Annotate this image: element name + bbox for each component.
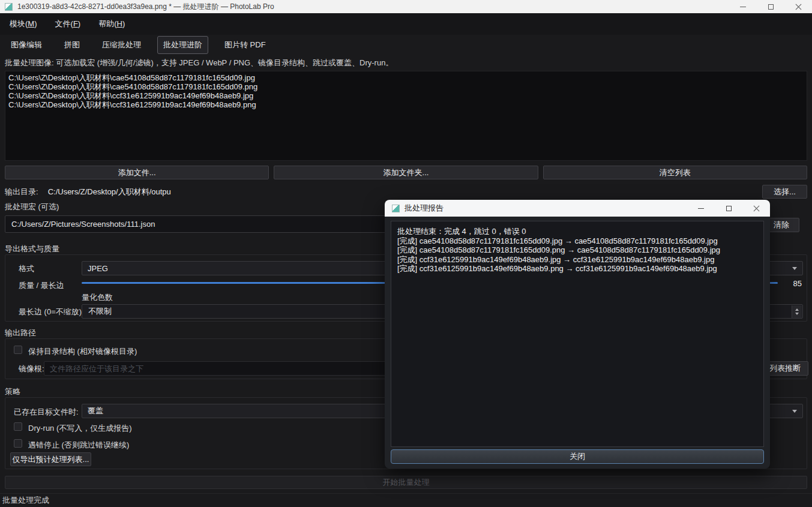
report-close-button[interactable]: 关闭 (391, 449, 764, 464)
output-dir-row: 输出目录: C:/Users/Z/Desktop/入职材料/outpu (5, 187, 171, 197)
file-list-item[interactable]: C:\Users\Z\Desktop\入职材料\ccf31e6125991b9a… (5, 100, 807, 109)
start-batch-button[interactable]: 开始批量处理 (5, 476, 807, 489)
tab-image-edit[interactable]: 图像编辑 (5, 36, 48, 54)
menu-help[interactable]: 帮助(H) (98, 19, 125, 29)
report-text-area[interactable]: 批处理结束：完成 4，跳过 0，错误 0 [完成] cae54108d58d87… (391, 221, 764, 447)
max-side-label: 最长边 (0=不缩放) (19, 307, 82, 317)
minimize-icon (698, 208, 704, 209)
app-icon (5, 3, 13, 11)
batch-report-dialog: 批处理报告 批处理结束：完成 4，跳过 0，错误 0 [完成] cae54108… (385, 200, 770, 469)
window-title: 1e300319-a8d3-42c8-8271-dd0ea3f3a9ea.png… (17, 2, 274, 12)
status-text: 批量处理完成 (2, 495, 49, 506)
strategy-section-label: 策略 (5, 386, 20, 397)
chevron-down-icon (792, 410, 797, 413)
menubar: 模块(M) 文件(F) 帮助(H) (0, 13, 812, 35)
menu-modules[interactable]: 模块(M) (10, 19, 37, 29)
dialog-titlebar: 批处理报告 (385, 200, 770, 217)
quantize-colors-label: 量化色数 (82, 292, 113, 303)
keep-structure-label: 保持目录结构 (相对镜像根目录) (28, 346, 137, 357)
choose-output-dir-button[interactable]: 选择... (762, 185, 807, 199)
add-files-button[interactable]: 添加文件... (5, 166, 269, 179)
menu-file-label-end: ) (78, 19, 80, 28)
window-controls (729, 0, 812, 13)
menu-modules-label: 模块( (10, 19, 28, 28)
menu-modules-label-end: ) (34, 19, 37, 28)
dialog-minimize-button[interactable] (687, 200, 715, 217)
close-button[interactable] (784, 0, 812, 13)
keep-structure-checkbox[interactable] (14, 346, 22, 354)
output-path-section-label: 输出路径 (5, 328, 36, 338)
close-icon (753, 205, 760, 212)
dialog-title: 批处理报告 (404, 203, 444, 214)
menu-help-accesskey: H (117, 19, 122, 28)
tab-image-to-pdf[interactable]: 图片转 PDF (218, 36, 272, 54)
spinner-buttons[interactable] (792, 305, 802, 318)
stop-on-error-checkbox[interactable] (14, 439, 22, 448)
tab-collage[interactable]: 拼图 (58, 36, 86, 54)
close-icon (795, 4, 802, 10)
quality-value: 85 (793, 279, 802, 288)
add-folder-button[interactable]: 添加文件夹... (274, 166, 538, 179)
dialog-window-controls (687, 200, 770, 217)
export-section-label: 导出格式与质量 (5, 244, 59, 254)
mirror-root-label: 镜像根: (19, 364, 44, 374)
menu-file[interactable]: 文件(F) (55, 19, 81, 29)
menu-help-label: 帮助( (98, 19, 116, 28)
list-actions: 添加文件... 添加文件夹... 清空列表 (5, 166, 807, 179)
page-description: 批量处理图像: 可选加载宏 (增强/几何/滤镜)，支持 JPEG / WebP … (5, 58, 393, 68)
stop-on-error-label: 遇错停止 (否则跳过错误继续) (28, 440, 129, 451)
export-planned-list-button[interactable]: 仅导出预计处理列表... (10, 452, 91, 466)
maximize-button[interactable] (757, 0, 784, 13)
spin-up-icon (795, 308, 799, 311)
spin-down-icon (795, 313, 799, 315)
menu-file-label: 文件( (55, 19, 73, 28)
menu-file-accesskey: F (73, 19, 78, 28)
tab-batch-advanced[interactable]: 批处理进阶 (157, 36, 208, 54)
maximize-icon (726, 206, 732, 211)
file-list-item[interactable]: C:\Users\Z\Desktop\入职材料\cae54108d58d87c1… (5, 73, 807, 82)
minimize-button[interactable] (729, 0, 757, 13)
report-line: [完成] ccf31e6125991b9ac149ef69b48aeb9.png… (397, 264, 757, 274)
format-value: JPEG (88, 264, 108, 273)
chevron-down-icon (792, 267, 797, 270)
dialog-maximize-button[interactable] (715, 200, 742, 217)
clear-list-button[interactable]: 清空列表 (543, 166, 807, 179)
tabbar: 图像编辑 拼图 压缩批处理 批处理进阶 图片转 PDF (0, 35, 812, 55)
file-list-item[interactable]: C:\Users\Z\Desktop\入职材料\ccf31e6125991b9a… (5, 91, 807, 100)
status-bar: 批量处理完成 (0, 493, 812, 507)
dialog-close-button[interactable] (742, 200, 770, 217)
macro-path-value: C:/Users/Z/Pictures/Screenshots/111.json (11, 220, 155, 229)
quality-label: 质量 / 最长边 (19, 280, 64, 291)
exists-policy-value: 覆盖 (88, 406, 103, 416)
tab-compress-batch[interactable]: 压缩批处理 (96, 36, 147, 54)
minimize-icon (740, 7, 746, 7)
photolab-pro-window: 1e300319-a8d3-42c8-8271-dd0ea3f3a9ea.png… (0, 0, 812, 507)
format-label: 格式 (19, 263, 34, 274)
max-side-value: 不限制 (88, 306, 112, 317)
report-line: [完成] cae54108d58d87c1179181fc165dd09.jpg… (397, 236, 757, 246)
window-titlebar: 1e300319-a8d3-42c8-8271-dd0ea3f3a9ea.png… (0, 0, 812, 13)
file-list[interactable]: C:\Users\Z\Desktop\入职材料\cae54108d58d87c1… (5, 71, 807, 161)
dialog-app-icon (392, 205, 400, 212)
macro-section-label: 批处理宏 (可选) (5, 202, 59, 212)
maximize-icon (768, 4, 774, 10)
menu-modules-accesskey: M (28, 19, 34, 28)
output-dir-value: C:/Users/Z/Desktop/入职材料/outpu (48, 187, 171, 197)
report-summary: 批处理结束：完成 4，跳过 0，错误 0 (397, 227, 757, 236)
menu-help-label-end: ) (122, 19, 125, 28)
dry-run-checkbox[interactable] (14, 422, 22, 431)
output-dir-label: 输出目录: (5, 187, 38, 197)
report-line: [完成] ccf31e6125991b9ac149ef69b48aeb9.jpg… (397, 255, 757, 265)
report-line: [完成] cae54108d58d87c1179181fc165dd09.png… (397, 245, 757, 255)
file-list-item[interactable]: C:\Users\Z\Desktop\入职材料\cae54108d58d87c1… (5, 82, 807, 91)
exists-policy-label: 已存在目标文件时: (14, 407, 79, 418)
dry-run-label: Dry-run (不写入，仅生成报告) (28, 423, 132, 434)
